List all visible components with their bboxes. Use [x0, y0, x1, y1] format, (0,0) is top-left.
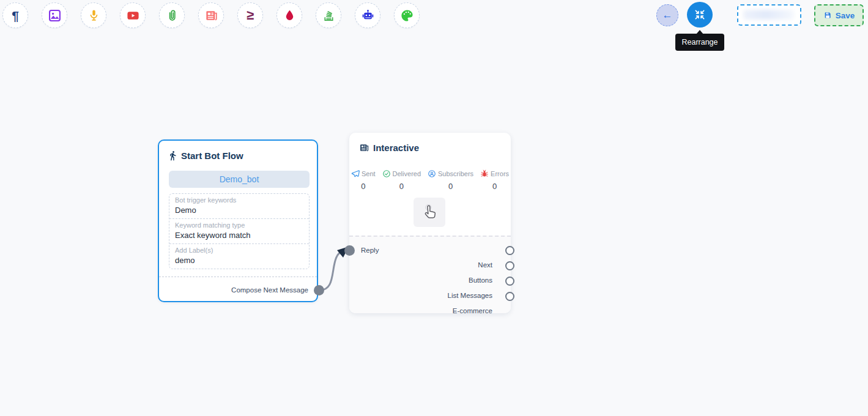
- field-add-labels[interactable]: Add Label(s) demo: [169, 243, 309, 269]
- youtube-icon: [126, 9, 140, 23]
- flow-title-blurred-value: [743, 10, 794, 20]
- field-label: Keyword matching type: [175, 221, 303, 229]
- stat-value: 0: [361, 182, 365, 191]
- field-bot-trigger-keywords[interactable]: Bot trigger keywords Demo: [169, 194, 309, 218]
- toolbar-button-card[interactable]: [198, 2, 224, 28]
- stack-icon: [322, 9, 336, 23]
- greater-equal-icon: ≥: [247, 9, 254, 22]
- check-circle-icon: [382, 169, 391, 178]
- rearrange-button[interactable]: [687, 2, 713, 28]
- node-interactive[interactable]: Interactive Sent 0 Delivered 0 Subscribe…: [349, 133, 511, 313]
- reply-input-handle[interactable]: [344, 245, 355, 256]
- stat-sent: Sent 0: [351, 169, 376, 191]
- user-circle-icon: [428, 169, 436, 178]
- start-node-title: Start Bot Flow: [181, 150, 243, 161]
- toolbar-button-condition[interactable]: ≥: [237, 2, 263, 28]
- interactive-node-title: Interactive: [373, 143, 419, 153]
- stat-label: Sent: [362, 170, 376, 177]
- newspaper-icon: [204, 9, 218, 23]
- stat-value: 0: [448, 182, 453, 191]
- save-button[interactable]: Save: [814, 4, 864, 26]
- hand-pointer-icon: [420, 202, 439, 222]
- field-label: Add Label(s): [175, 247, 303, 254]
- output-label-ecommerce: E-commerce: [349, 306, 511, 316]
- stat-errors: Errors 0: [480, 169, 509, 191]
- node-start-bot-flow[interactable]: Start Bot Flow Demo_bot Bot trigger keyw…: [158, 139, 318, 302]
- drop-icon: [283, 9, 297, 23]
- reply-input-label: Reply: [361, 247, 379, 254]
- palette-icon: [400, 9, 414, 23]
- start-node-fields: Bot trigger keywords Demo Keyword matchi…: [169, 193, 310, 269]
- output-label-next: Next: [349, 260, 511, 270]
- stat-subscribers: Subscribers 0: [428, 169, 473, 191]
- compose-next-message-label: Compose Next Message: [159, 281, 317, 299]
- stat-label: Delivered: [393, 170, 421, 177]
- output-handle-ecommerce[interactable]: [505, 292, 514, 301]
- toolbar-button-video[interactable]: [120, 2, 146, 28]
- output-handle-list-messages[interactable]: [505, 277, 514, 286]
- start-node-header: Start Bot Flow: [168, 150, 243, 161]
- floppy-disk-icon: [823, 11, 832, 20]
- compose-next-message-handle[interactable]: [314, 285, 324, 295]
- field-value: Demo: [175, 206, 303, 215]
- output-handle-next[interactable]: [505, 246, 514, 255]
- image-icon: [48, 9, 62, 23]
- robot-icon: [361, 9, 375, 23]
- connector-path[interactable]: [319, 250, 344, 290]
- component-toolbar: ¶ ≥: [2, 2, 420, 28]
- stat-value: 0: [399, 182, 404, 191]
- toolbar-button-text[interactable]: ¶: [2, 2, 28, 28]
- arrow-left-icon: ←: [662, 9, 673, 21]
- bug-icon: [480, 169, 489, 178]
- walking-person-icon: [168, 150, 178, 161]
- save-label: Save: [836, 11, 855, 20]
- drag-hand-cursor-box: [414, 198, 445, 227]
- interactive-stats: Sent 0 Delivered 0 Subscribers 0 Errors …: [349, 169, 511, 191]
- text-icon: ¶: [12, 9, 19, 22]
- back-button[interactable]: ←: [656, 4, 678, 26]
- stat-label: Errors: [491, 170, 509, 177]
- start-node-divider: [159, 277, 317, 277]
- field-value: demo: [175, 256, 303, 266]
- toolbar-button-sequence[interactable]: [316, 2, 341, 28]
- toolbar-button-image[interactable]: [42, 2, 67, 28]
- microphone-icon: [87, 9, 101, 23]
- toolbar-button-bot[interactable]: [355, 2, 380, 28]
- bot-name-button[interactable]: Demo_bot: [169, 171, 310, 188]
- stat-value: 0: [492, 182, 497, 191]
- rearrange-tooltip: Rearrange: [675, 34, 724, 51]
- toolbar-button-attachment[interactable]: [159, 2, 185, 28]
- paperclip-icon: [165, 9, 179, 23]
- interactive-node-header: Interactive: [359, 143, 419, 153]
- output-handle-buttons[interactable]: [505, 261, 514, 270]
- newspaper-icon: [359, 143, 369, 153]
- output-label-list-messages: List Messages: [349, 291, 511, 300]
- flow-canvas[interactable]: ¶ ≥ ←: [0, 0, 868, 416]
- stat-delivered: Delivered 0: [382, 169, 421, 191]
- field-value: Exact keyword match: [175, 231, 303, 240]
- toolbar-button-palette[interactable]: [394, 2, 420, 28]
- stat-label: Subscribers: [438, 170, 473, 177]
- paper-plane-icon: [351, 169, 360, 178]
- compress-icon: [694, 9, 706, 21]
- toolbar-button-drop[interactable]: [276, 2, 302, 28]
- flow-title-input[interactable]: [737, 4, 801, 26]
- toolbar-button-audio[interactable]: [81, 2, 106, 28]
- field-label: Bot trigger keywords: [175, 196, 303, 204]
- field-keyword-matching-type[interactable]: Keyword matching type Exact keyword matc…: [169, 218, 309, 243]
- output-label-buttons: Buttons: [349, 275, 511, 285]
